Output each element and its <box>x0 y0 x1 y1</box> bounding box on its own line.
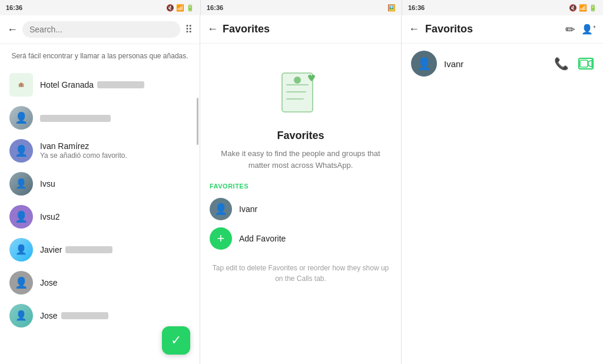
contact-name: Ivan Ramírez <box>40 141 190 151</box>
favorites-main-title: Favorites <box>210 130 392 142</box>
contact-info: Ivsu <box>40 179 190 188</box>
favorite-contact-name: Ivanr <box>239 204 257 214</box>
contacts-info-text: Será fácil encontrar y llamar a las pers… <box>0 44 200 68</box>
search-box[interactable] <box>22 21 180 38</box>
add-person-icon[interactable]: 👤+ <box>581 24 596 35</box>
list-item[interactable]: 👤 <box>0 101 200 134</box>
favorites-back-button[interactable]: ← <box>207 23 218 35</box>
favorites-description: Make it easy to find the people and grou… <box>210 148 392 171</box>
list-item[interactable]: 👤 Ivsu2 <box>0 200 200 233</box>
favorites-content: Favorites Make it easy to find the peopl… <box>200 44 401 364</box>
avatar: 👤 <box>9 304 33 327</box>
svg-rect-5 <box>580 60 588 67</box>
edit-icon[interactable]: ✏ <box>565 22 575 37</box>
list-item[interactable]: 👤 Ivan Ramírez Ya se añadió como favorit… <box>0 134 200 167</box>
favorites-illustration <box>210 67 392 120</box>
list-item[interactable]: 👤 Javier <box>0 233 200 266</box>
detail-contact-item: 👤 Ivanr 📞 <box>402 44 603 84</box>
detail-contact-name: Ivanr <box>444 59 547 69</box>
status-icons-3: 🔇 📶 🔋 <box>569 4 597 12</box>
contact-info <box>40 112 190 123</box>
svg-point-4 <box>294 77 301 84</box>
contact-name: Ivsu <box>40 179 190 188</box>
list-item[interactable]: 🏨 Hotel Granada <box>0 68 200 101</box>
time-3: 16:36 <box>408 4 425 11</box>
blurred-name <box>61 312 108 319</box>
search-input[interactable] <box>29 25 173 34</box>
check-icon: ✓ <box>171 333 181 348</box>
avatar: 🏨 <box>9 73 33 97</box>
favorites-footer-text: Tap edit to delete Favorites or reorder … <box>210 263 392 284</box>
list-item[interactable]: 👤 Ivsu <box>0 167 200 200</box>
avatar: 👤 <box>9 271 33 294</box>
favorites-panel: ← Favorites <box>200 15 402 364</box>
contact-status: Ya se añadió como favorito. <box>40 151 190 160</box>
detail-panel: ← Favoritos ✏ 👤+ 👤 Ivanr 📞 <box>402 15 603 364</box>
contact-info: Javier <box>40 245 190 254</box>
contact-info: Ivan Ramírez Ya se añadió como favorito. <box>40 141 190 160</box>
add-icon: + <box>210 227 232 250</box>
favorites-title: Favorites <box>223 23 394 35</box>
contact-info: Jose <box>40 311 190 320</box>
time-2: 16:36 <box>207 4 223 11</box>
contacts-back-button[interactable]: ← <box>7 24 18 36</box>
favorites-header: ← Favorites <box>200 15 401 44</box>
detail-title: Favoritos <box>425 23 559 35</box>
favorites-section-label: Favorites <box>210 183 392 190</box>
avatar: 👤 <box>9 106 33 130</box>
action-icons: 📞 <box>554 57 594 71</box>
contacts-list: 🏨 Hotel Granada 👤 <box>0 68 200 364</box>
add-favorite-button[interactable]: + Add Favorite <box>210 224 392 253</box>
status-icons-2: 🖼️ <box>387 4 396 12</box>
phone-call-icon[interactable]: 📞 <box>554 57 569 71</box>
avatar: 👤 <box>9 238 33 262</box>
contact-name: Javier <box>40 245 62 254</box>
contact-name: Ivsu2 <box>40 212 190 221</box>
avatar: 👤 <box>9 172 33 196</box>
favorites-list-item[interactable]: 👤 Ivanr <box>210 194 392 224</box>
grid-icon[interactable]: ⠿ <box>185 23 193 36</box>
status-bar-2: 16:36 🖼️ <box>200 0 402 15</box>
contact-info: Ivsu2 <box>40 212 190 221</box>
detail-header: ← Favoritos ✏ 👤+ <box>402 15 603 44</box>
contact-info: Jose <box>40 278 190 287</box>
favorites-image <box>274 67 327 120</box>
contact-name: Hotel Granada <box>40 80 94 90</box>
blurred-name <box>97 81 144 88</box>
detail-avatar: 👤 <box>411 51 437 77</box>
favorites-svg-icon <box>277 67 324 120</box>
detail-back-button[interactable]: ← <box>409 23 419 35</box>
avatar: 👤 <box>9 205 33 229</box>
add-favorite-label: Add Favorite <box>239 234 286 243</box>
status-bar-3: 16:36 🔇 📶 🔋 <box>402 0 603 15</box>
avatar: 👤 <box>210 198 232 220</box>
contact-name: Jose <box>40 311 58 320</box>
video-call-icon[interactable] <box>578 58 594 70</box>
contacts-header: ← ⠿ <box>0 15 200 44</box>
blurred-name <box>65 246 112 253</box>
time-1: 16:36 <box>6 4 22 11</box>
blurred-name <box>40 115 111 122</box>
confirm-fab-button[interactable]: ✓ <box>162 326 190 355</box>
scrollbar[interactable] <box>197 98 198 145</box>
avatar: 👤 <box>9 139 33 163</box>
status-icons-1: 🔇 📶 🔋 <box>166 4 194 12</box>
contact-info: Hotel Granada <box>40 80 190 90</box>
status-bar-1: 16:36 🔇 📶 🔋 <box>0 0 200 15</box>
contacts-panel: ← ⠿ Será fácil encontrar y llamar a las … <box>0 15 200 364</box>
list-item[interactable]: 👤 Jose <box>0 266 200 299</box>
contact-name: Jose <box>40 278 190 287</box>
